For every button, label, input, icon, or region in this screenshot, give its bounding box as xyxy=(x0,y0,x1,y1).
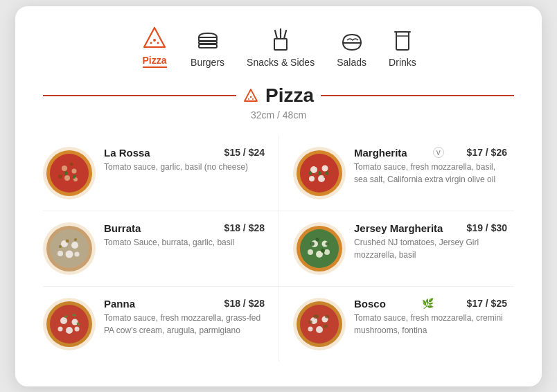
section-subtitle: 32cm / 48cm xyxy=(43,109,514,121)
menu-item-burrata: Burrata $18 / $28 Tomato Sauce, burrata,… xyxy=(43,211,278,287)
svg-point-52 xyxy=(300,229,339,268)
svg-point-47 xyxy=(75,251,80,256)
menu-text-burrata: Burrata $18 / $28 Tomato Sauce, burrata,… xyxy=(104,222,265,249)
svg-point-80 xyxy=(308,320,312,323)
svg-rect-6 xyxy=(199,42,217,44)
menu-text-la-rossa: La Rossa $15 / $24 Tomato sauce, garlic,… xyxy=(104,147,265,173)
burger-icon xyxy=(194,28,222,53)
nav-drinks[interactable]: Drinks xyxy=(389,28,416,68)
svg-point-19 xyxy=(252,98,254,100)
svg-line-9 xyxy=(275,30,277,39)
nav-salads-label: Salads xyxy=(337,57,366,68)
nav-drinks-label: Drinks xyxy=(389,57,416,68)
pizza-icon xyxy=(141,26,168,51)
nav-burgers-label: Burgers xyxy=(191,57,224,68)
svg-point-46 xyxy=(58,251,63,256)
svg-point-3 xyxy=(157,42,159,44)
svg-point-68 xyxy=(75,326,80,331)
item-desc-la-rossa: Tomato sauce, garlic, basil (no cheese) xyxy=(104,161,265,173)
svg-point-78 xyxy=(313,314,319,319)
pizza-image-margherita xyxy=(293,147,346,199)
svg-point-37 xyxy=(324,175,326,178)
leaf-badge-bosco: 🌿 xyxy=(422,298,434,309)
item-desc-jersey-margherita: Crushed NJ tomatoes, Jersey Girl mozzare… xyxy=(354,236,507,261)
section-header: Pizza xyxy=(43,84,514,107)
menu-item-panna: Panna $18 / $28 Tomato sauce, fresh mozz… xyxy=(43,287,278,362)
svg-point-18 xyxy=(248,98,249,100)
item-desc-bosco: Tomato sauce, fresh mozzarella, cremini … xyxy=(354,312,507,337)
nav-pizza[interactable]: Pizza xyxy=(141,26,168,68)
item-name-jersey-margherita: Jersey Margherita xyxy=(354,222,443,234)
section-pizza-icon xyxy=(243,88,258,103)
svg-point-24 xyxy=(64,175,70,181)
item-name-bosco: Bosco xyxy=(354,298,386,310)
menu-text-panna: Panna $18 / $28 Tomato sauce, fresh mozz… xyxy=(104,298,265,337)
svg-rect-12 xyxy=(396,32,409,50)
item-price-la-rossa: $15 / $24 xyxy=(224,147,265,158)
pizza-image-la-rossa xyxy=(43,147,96,199)
menu-text-margherita: Margherita v $17 / $26 Tomato sauce, fre… xyxy=(354,147,507,186)
svg-point-79 xyxy=(324,324,328,328)
svg-point-36 xyxy=(315,164,317,167)
svg-point-44 xyxy=(71,242,78,249)
menu-item-bosco: Bosco 🌿 $17 / $25 Tomato sauce, fresh mo… xyxy=(278,287,514,362)
drink-icon xyxy=(389,28,416,53)
svg-point-29 xyxy=(73,175,76,179)
item-name-panna: Panna xyxy=(104,298,135,310)
svg-line-11 xyxy=(284,30,286,39)
item-desc-margherita: Tomato sauce, fresh mozzarella, basil, s… xyxy=(354,161,507,186)
item-desc-panna: Tomato sauce, fresh mozzarella, grass-fe… xyxy=(104,312,265,337)
menu-item-jersey-margherita: Jersey Margherita $19 / $30 Crushed NJ t… xyxy=(278,211,514,287)
svg-point-81 xyxy=(325,314,329,318)
pizza-image-panna xyxy=(43,298,96,350)
item-price-margherita: $17 / $26 xyxy=(467,147,507,158)
item-price-bosco: $17 / $25 xyxy=(467,298,507,309)
svg-point-63 xyxy=(50,305,89,344)
svg-point-40 xyxy=(326,171,328,175)
nav-pizza-label: Pizza xyxy=(143,55,167,68)
svg-point-73 xyxy=(300,305,339,344)
item-price-panna: $18 / $28 xyxy=(224,298,265,309)
svg-rect-7 xyxy=(199,44,217,48)
menu-item-la-rossa: La Rossa $15 / $24 Tomato sauce, garlic,… xyxy=(43,136,278,211)
pizza-image-bosco xyxy=(293,298,346,350)
salad-icon xyxy=(338,28,366,53)
svg-point-58 xyxy=(310,242,315,246)
divider-left xyxy=(43,95,236,96)
svg-rect-8 xyxy=(274,39,287,50)
svg-point-48 xyxy=(66,239,69,242)
svg-point-64 xyxy=(60,317,67,324)
svg-point-26 xyxy=(58,175,62,179)
svg-point-45 xyxy=(66,250,73,258)
svg-point-22 xyxy=(62,166,67,171)
item-price-jersey-margherita: $19 / $30 xyxy=(467,222,507,233)
svg-point-27 xyxy=(70,162,73,166)
svg-point-38 xyxy=(318,171,321,175)
svg-point-42 xyxy=(50,229,89,268)
nav-salads[interactable]: Salads xyxy=(337,28,366,68)
svg-point-76 xyxy=(316,326,323,333)
svg-point-1 xyxy=(153,39,156,42)
svg-point-2 xyxy=(150,42,152,44)
svg-point-66 xyxy=(66,327,73,334)
menu-text-jersey-margherita: Jersey Margherita $19 / $30 Crushed NJ t… xyxy=(354,222,507,261)
svg-point-39 xyxy=(309,171,312,175)
svg-point-50 xyxy=(59,245,62,248)
nav-snacks[interactable]: Snacks & Sides xyxy=(247,28,315,68)
menu-grid: La Rossa $15 / $24 Tomato sauce, garlic,… xyxy=(43,136,514,362)
menu-item-margherita: Margherita v $17 / $26 Tomato sauce, fre… xyxy=(278,136,514,211)
svg-marker-0 xyxy=(144,28,165,47)
svg-point-33 xyxy=(322,165,328,171)
fries-icon xyxy=(267,28,294,53)
nav-burgers[interactable]: Burgers xyxy=(191,28,224,68)
category-nav: Pizza Burgers xyxy=(43,26,514,68)
item-name-la-rossa: La Rossa xyxy=(104,147,150,159)
pizza-image-burrata xyxy=(43,222,96,275)
svg-point-35 xyxy=(309,176,315,181)
svg-point-21 xyxy=(50,154,89,193)
svg-point-57 xyxy=(324,249,330,255)
svg-marker-16 xyxy=(245,89,257,101)
section-title: Pizza xyxy=(265,84,314,107)
divider-right xyxy=(321,95,514,96)
menu-text-bosco: Bosco 🌿 $17 / $25 Tomato sauce, fresh mo… xyxy=(354,298,507,337)
